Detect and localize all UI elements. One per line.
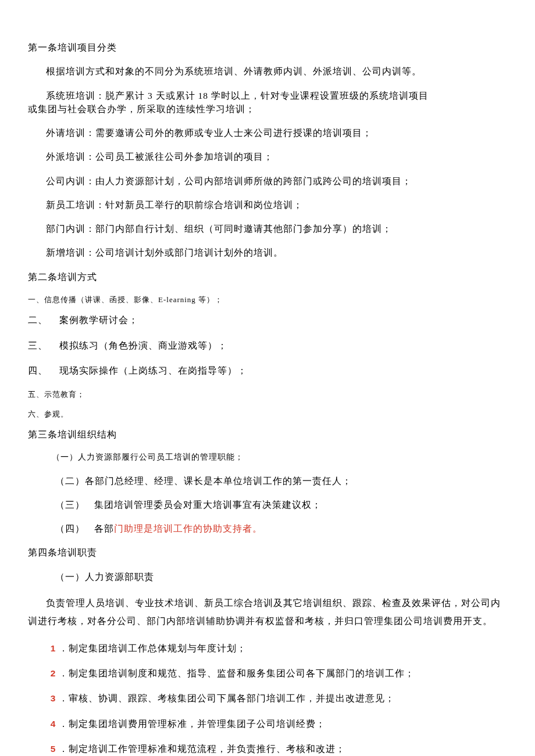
art4-list-5-idx: 5 — [51, 744, 56, 754]
art4-list-5: 5．制定培训工作管理标准和规范流程，并负责推行、考核和改进； — [28, 742, 507, 755]
art4-list-3-idx: 3 — [51, 693, 56, 703]
article-3-title: 第三条培训组织结构 — [28, 428, 507, 441]
art4-list-3-text: ．审核、协调、跟踪、考核集团公司下属各部门培训工作，并提出改进意见； — [59, 693, 395, 703]
article-1-newemp: 新员工培训：针对新员工举行的职前综合培训和岗位培训； — [28, 198, 507, 212]
art4-list-3: 3．审核、协调、跟踪、考核集团公司下属各部门培训工作，并提出改进意见； — [28, 691, 507, 705]
art4-body: 负责管理人员培训、专业技术培训、新员工综合培训及其它培训组织、跟踪、检查及效果评… — [28, 594, 507, 630]
art4-list-4-idx: 4 — [51, 719, 56, 729]
art3-item-2: （二）各部门总经理、经理、课长是本单位培训工作的第一责任人； — [28, 474, 507, 488]
art2-item-6: 六、参观。 — [28, 409, 507, 420]
art2-item-1: 一、信息传播（讲课、函授、影像、E-learning 等）； — [28, 294, 507, 306]
art2-item-4: 四、现场实际操作（上岗练习、在岗指导等）； — [28, 364, 507, 377]
art2-item-3-num: 三、 — [28, 339, 59, 352]
art3-item-1: （一）人力资源部履行公司员工培训的管理职能； — [28, 452, 507, 463]
article-1-dept: 部门内训：部门内部自行计划、组织（可同时邀请其他部门参加分享）的培训； — [28, 222, 507, 235]
sys-line1: 系统班培训：脱产累计 3 天或累计 18 学时以上，针对专业课程设置班级的系统培… — [28, 89, 507, 102]
art3-item-4-pre: （四） 各部 — [55, 524, 115, 533]
article-1-system-training: 系统班培训：脱产累计 3 天或累计 18 学时以上，针对专业课程设置班级的系统培… — [28, 89, 507, 116]
article-4-title: 第四条培训职责 — [28, 546, 507, 559]
art4-list-5-text: ．制定培训工作管理标准和规范流程，并负责推行、考核和改进； — [59, 744, 345, 754]
article-1-outreq: 外请培训：需要邀请公司外的教师或专业人士来公司进行授课的培训项目； — [28, 126, 507, 139]
article-1-intro: 根据培训方式和对象的不同分为系统班培训、外请教师内训、外派培训、公司内训等。 — [28, 65, 507, 78]
art4-list-1-text: ．制定集团培训工作总体规划与年度计划； — [59, 643, 247, 653]
art3-item-3: （三） 集团培训管理委员会对重大培训事宜有决策建议权； — [28, 498, 507, 511]
art4-list-2-idx: 2 — [51, 668, 56, 678]
art4-sub-title: （一）人力资源部职责 — [28, 570, 507, 583]
art4-list-4-text: ．制定集团培训费用管理标准，并管理集团子公司培训经费； — [59, 719, 326, 729]
art4-list-4: 4．制定集团培训费用管理标准，并管理集团子公司培训经费； — [28, 717, 507, 730]
article-1-internal: 公司内训：由人力资源部计划，公司内部培训师所做的跨部门或跨公司的培训项目； — [28, 174, 507, 188]
art4-list-1: 1．制定集团培训工作总体规划与年度计划； — [28, 642, 507, 655]
art2-item-3-text: 模拟练习（角色扮演、商业游戏等）； — [59, 341, 227, 350]
article-1-outsend: 外派培训：公司员工被派往公司外参加培训的项目； — [28, 150, 507, 163]
art2-item-5: 五、示范教育； — [28, 389, 507, 400]
sys-line2: 或集团与社会联合办学，所采取的连续性学习培训； — [28, 104, 255, 114]
art2-item-3: 三、模拟练习（角色扮演、商业游戏等）； — [28, 339, 507, 352]
art2-item-4-num: 四、 — [28, 364, 59, 377]
article-1-title: 第一条培训项目分类 — [28, 41, 507, 54]
art4-list-2: 2．制定集团培训制度和规范、指导、监督和服务集团公司各下属部门的培训工作； — [28, 667, 507, 680]
art3-item-4: （四） 各部门助理是培训工作的协助支持者。 — [28, 522, 507, 535]
art2-item-2-num: 二、 — [28, 313, 59, 327]
article-1-added: 新增培训：公司培训计划外或部门培训计划外的培训。 — [28, 246, 507, 259]
art4-list-1-idx: 1 — [51, 643, 56, 653]
art3-item-4-red: 门助理是培训工作的协助支持者。 — [114, 524, 262, 533]
art2-item-2-text: 案例教学研讨会； — [59, 315, 138, 325]
article-2-title: 第二条培训方式 — [28, 270, 507, 284]
art4-list-2-text: ．制定集团培训制度和规范、指导、监督和服务集团公司各下属部门的培训工作； — [59, 668, 415, 678]
art2-item-4-text: 现场实际操作（上岗练习、在岗指导等）； — [59, 366, 247, 375]
art2-item-2: 二、案例教学研讨会； — [28, 313, 507, 327]
